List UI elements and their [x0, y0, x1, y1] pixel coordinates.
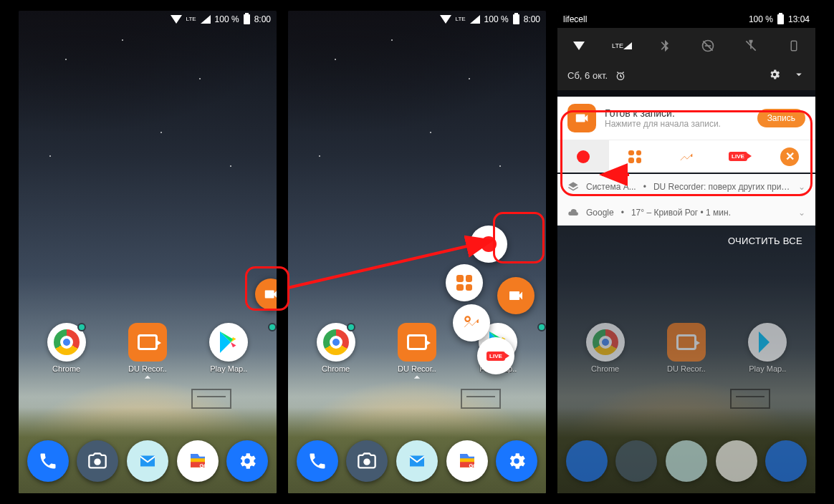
app-play-store[interactable]: Play Мар.. — [200, 323, 257, 373]
dock-files[interactable]: GO — [177, 440, 219, 482]
network-label: LTE — [612, 43, 623, 49]
app-chrome[interactable]: Chrome — [38, 323, 95, 373]
wifi-icon — [171, 15, 182, 24]
notifications: Готов к записи. Нажмите для начала запис… — [557, 97, 815, 256]
dock-phone[interactable] — [297, 440, 338, 482]
dock — [557, 435, 815, 488]
dock-files[interactable]: GO — [446, 440, 488, 482]
live-icon: LIVE — [486, 352, 505, 361]
dock: GO — [19, 435, 277, 488]
du-recorder-icon — [128, 323, 167, 362]
date-label: Сб, 6 окт. — [567, 70, 608, 81]
dock-phone[interactable] — [27, 440, 69, 482]
app-label: Chrome — [322, 364, 350, 373]
action-live[interactable]: LIVE — [712, 140, 764, 173]
dock-mail[interactable] — [127, 440, 168, 482]
du-notification-actions: LIVE ✕ — [557, 140, 815, 173]
action-record[interactable] — [557, 140, 609, 173]
clock: 8:00 — [254, 14, 271, 24]
app-du-recorder[interactable]: DU Recor.. — [388, 323, 446, 373]
status-bar: LTE 100 % 8:00 — [288, 11, 546, 28]
app-drawer-handle[interactable] — [410, 370, 424, 387]
screen-3-notification-shade: Chrome DU Recor.. Play Мар.. lifecell 10… — [557, 11, 815, 493]
signal-icon — [470, 15, 480, 24]
alarm-icon — [615, 70, 626, 82]
svg-text:GO: GO — [199, 462, 208, 469]
status-bar: LTE 100 % 8:00 — [19, 11, 277, 28]
clear-all-button[interactable]: ОЧИСТИТЬ ВСЕ — [557, 226, 815, 256]
battery-icon — [513, 14, 519, 24]
fab-tools[interactable] — [453, 304, 490, 341]
du-notification[interactable]: Готов к записи. Нажмите для начала запис… — [557, 97, 815, 173]
chevron-down-icon: ⌄ — [798, 182, 805, 192]
qs-wifi[interactable] — [565, 32, 593, 60]
record-icon — [481, 236, 497, 252]
system-notif-text: DU Recorder: поверх других прило... — [653, 182, 791, 192]
fab-apps[interactable] — [446, 264, 483, 301]
wifi-icon — [573, 42, 585, 50]
dock-settings[interactable] — [496, 440, 537, 482]
notification-dot — [537, 323, 546, 331]
action-apps[interactable] — [609, 140, 661, 173]
home-app-row: Chrome DU Recor.. Play Мар.. — [19, 323, 277, 373]
action-close[interactable]: ✕ — [764, 140, 815, 173]
chevron-down-icon: ⌄ — [798, 208, 805, 218]
action-tools[interactable] — [661, 140, 712, 173]
carrier-label: lifecell — [563, 14, 587, 24]
dock-camera[interactable] — [346, 440, 388, 482]
qs-data[interactable]: LTE — [608, 32, 636, 60]
apps-grid-icon — [628, 150, 641, 163]
app-label: Play Мар.. — [210, 364, 247, 373]
signal-icon — [201, 15, 211, 24]
qs-bluetooth[interactable] — [651, 32, 679, 60]
du-recorder-icon — [398, 323, 436, 362]
battery-icon — [777, 14, 784, 24]
dock-mail[interactable] — [396, 440, 438, 482]
du-recorder-icon — [567, 104, 596, 132]
play-store-icon — [209, 323, 248, 362]
fab-camera-main[interactable] — [497, 277, 535, 314]
battery-icon — [244, 14, 250, 24]
clock: 8:00 — [524, 14, 540, 24]
app-du-recorder[interactable]: DU Recor.. — [119, 323, 176, 373]
dock-settings[interactable] — [226, 440, 268, 482]
quick-settings-footer: Сб, 6 окт. — [557, 64, 815, 90]
expand-button[interactable] — [792, 68, 805, 83]
record-icon — [577, 150, 590, 163]
settings-button[interactable] — [768, 68, 781, 83]
weather-notification[interactable]: Google • 17° – Кривой Рог • 1 мин. ⌄ — [557, 200, 815, 226]
clock: 13:04 — [788, 14, 810, 24]
svg-point-4 — [465, 316, 470, 321]
battery-percent: 100 % — [749, 14, 773, 24]
system-notif-prefix: Система А... — [586, 182, 636, 192]
status-bar: lifecell 100 % 13:04 — [557, 11, 815, 28]
qs-dnd[interactable] — [694, 32, 722, 60]
system-notification[interactable]: Система А... • DU Recorder: поверх други… — [557, 174, 815, 200]
qs-rotation[interactable] — [780, 32, 808, 60]
svg-rect-6 — [791, 41, 797, 51]
battery-percent: 100 % — [215, 14, 239, 24]
wallpaper — [288, 11, 546, 493]
wallpaper — [19, 11, 277, 493]
cloud-icon — [567, 207, 579, 218]
record-pill-button[interactable]: Запись — [757, 109, 805, 127]
screen-2-fan-menu: LTE 100 % 8:00 Chrome DU Recor.. Play Ма… — [288, 11, 546, 493]
bench-silhouette — [461, 389, 501, 409]
chrome-icon — [47, 323, 86, 362]
weather-text: 17° – Кривой Рог • 1 мин. — [631, 208, 731, 218]
svg-point-0 — [95, 459, 101, 465]
bench-silhouette — [191, 389, 231, 409]
app-chrome[interactable]: Chrome — [307, 323, 365, 373]
dock-camera[interactable] — [77, 440, 118, 482]
app-drawer-handle[interactable] — [140, 370, 155, 387]
network-label: LTE — [456, 16, 466, 22]
network-label: LTE — [186, 16, 196, 22]
qs-flashlight[interactable] — [737, 32, 765, 60]
fab-live[interactable]: LIVE — [477, 337, 514, 374]
wifi-icon — [440, 15, 451, 24]
svg-text:GO: GO — [469, 462, 477, 469]
quick-settings: LTE Сб, 6 окт. — [557, 28, 815, 90]
chrome-icon — [317, 323, 355, 362]
fab-record[interactable] — [470, 226, 507, 263]
app-label: Chrome — [52, 364, 80, 373]
